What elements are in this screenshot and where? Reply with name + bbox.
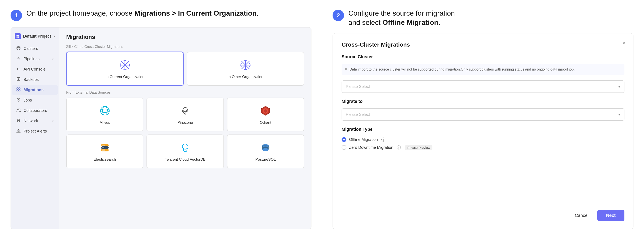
jobs-label: Jobs — [24, 98, 32, 103]
card-qdrant[interactable]: Qdrant — [227, 98, 304, 131]
in-current-icon — [118, 58, 132, 72]
backups-label: Backups — [24, 77, 39, 82]
api-console-label: API Console — [24, 67, 46, 72]
panel-close-button[interactable]: × — [622, 40, 625, 46]
pipelines-label: Pipelines — [24, 57, 40, 61]
sidebar-item-jobs[interactable]: Jobs — [12, 95, 58, 105]
step1-text: On the project homepage, choose Migratio… — [26, 9, 258, 18]
step2-header: 2 Configure the source for migrationand … — [332, 9, 634, 27]
right-half: 2 Configure the source for migrationand … — [322, 0, 644, 238]
network-label: Network — [24, 119, 38, 123]
offline-migration-option[interactable]: Offline Migration i — [342, 137, 624, 142]
external-section-label: From External Data Sources — [66, 91, 304, 94]
zero-downtime-info-icon[interactable]: i — [397, 146, 401, 149]
svg-point-68 — [268, 145, 269, 146]
svg-point-21 — [18, 132, 19, 132]
svg-point-67 — [263, 145, 268, 147]
svg-point-17 — [19, 109, 20, 110]
preview-badge: Private Preview — [405, 145, 432, 150]
backups-icon — [16, 77, 21, 82]
step1-header: 1 On the project homepage, choose Migrat… — [10, 9, 312, 21]
project-alerts-label: Project Alerts — [24, 129, 47, 134]
postgresql-label: PostgreSQL — [255, 157, 276, 162]
pipelines-icon — [16, 56, 21, 62]
elasticsearch-icon — [98, 141, 112, 154]
external-cards-grid: Milvus Pinecone — [66, 98, 304, 168]
svg-rect-8 — [17, 78, 20, 81]
milvus-label: Milvus — [100, 120, 110, 125]
step2-text: Configure the source for migrationand se… — [348, 9, 455, 27]
zero-downtime-option[interactable]: Zero Downtime Migration i Private Previe… — [342, 145, 624, 150]
network-chevron: ▾ — [52, 119, 54, 123]
card-in-other[interactable]: In Other Organization — [187, 52, 304, 86]
zero-downtime-label: Zero Downtime Migration — [349, 145, 393, 150]
pinecone-label: Pinecone — [178, 120, 193, 125]
clusters-icon — [16, 46, 21, 51]
migrate-to-placeholder: Please Select — [346, 112, 370, 117]
milvus-icon — [98, 104, 112, 117]
sidebar-item-pipelines[interactable]: Pipelines ▾ — [12, 54, 58, 64]
migrate-to-section: Migrate to Please Select ▾ — [342, 99, 624, 121]
zilliz-cards-grid: In Current Organization — [66, 52, 304, 86]
panel-footer: Cancel Next — [342, 208, 624, 221]
svg-rect-60 — [102, 145, 105, 146]
next-button[interactable]: Next — [597, 210, 624, 221]
sidebar-item-project-alerts[interactable]: Project Alerts — [12, 126, 58, 136]
tencent-icon — [178, 141, 192, 154]
card-in-current[interactable]: In Current Organization — [66, 52, 184, 86]
project-name: Default Project — [23, 34, 51, 39]
sidebar-item-collaborators[interactable]: Collaborators — [12, 106, 58, 116]
card-pinecone[interactable]: Pinecone — [146, 98, 224, 131]
sidebar-item-clusters[interactable]: Clusters — [12, 44, 58, 54]
migrations-icon — [16, 87, 21, 93]
zero-downtime-radio[interactable] — [342, 145, 346, 150]
in-other-icon — [239, 58, 252, 72]
card-postgresql[interactable]: PostgreSQL — [227, 135, 304, 168]
svg-rect-62 — [102, 149, 105, 151]
sidebar-item-backups[interactable]: Backups — [12, 75, 58, 85]
svg-rect-12 — [19, 88, 20, 89]
qdrant-icon — [259, 104, 272, 117]
postgresql-icon — [259, 141, 272, 154]
in-current-label: In Current Organization — [106, 75, 144, 79]
svg-point-65 — [262, 148, 268, 151]
pinecone-icon — [178, 104, 192, 117]
sidebar-project-header[interactable]: Default Project ▾ — [11, 31, 59, 43]
tencent-label: Tencent Cloud VectorDB — [165, 157, 206, 162]
panel-title: Cross-Cluster Migrations — [342, 41, 410, 48]
sidebar-item-migrations[interactable]: Migrations — [12, 85, 58, 95]
offline-label: Offline Migration — [349, 137, 378, 142]
card-elasticsearch[interactable]: Elasticsearch — [66, 135, 144, 168]
migrate-to-title: Migrate to — [342, 99, 624, 104]
migrate-to-dropdown[interactable]: Please Select ▾ — [342, 108, 624, 121]
svg-point-50 — [106, 109, 108, 111]
sidebar-item-api-console[interactable]: API Console — [12, 64, 58, 74]
project-alerts-icon — [16, 129, 21, 134]
migrate-to-arrow: ▾ — [618, 112, 620, 117]
svg-rect-11 — [17, 88, 18, 89]
pipelines-chevron: ▾ — [52, 57, 54, 61]
card-tencent[interactable]: Tencent Cloud VectorDB — [146, 135, 224, 168]
svg-rect-1 — [18, 35, 19, 36]
svg-point-16 — [18, 109, 19, 110]
project-icon — [15, 33, 21, 39]
cancel-button[interactable]: Cancel — [570, 210, 594, 221]
in-other-label: In Other Organization — [228, 75, 264, 79]
svg-point-51 — [183, 107, 188, 112]
offline-radio[interactable] — [342, 137, 346, 142]
offline-info-icon[interactable]: i — [382, 138, 385, 142]
project-chevron: ▾ — [54, 34, 55, 38]
clusters-label: Clusters — [24, 46, 38, 51]
sidebar-item-network[interactable]: Network ▾ — [12, 116, 58, 126]
network-icon — [16, 118, 21, 124]
svg-rect-3 — [18, 36, 19, 37]
source-cluster-dropdown[interactable]: Please Select ▾ — [342, 80, 624, 93]
source-notice: Data import to the source cluster will n… — [342, 64, 624, 75]
source-cluster-placeholder: Please Select — [346, 84, 370, 89]
source-dropdown-arrow: ▾ — [618, 84, 620, 89]
app-window: Default Project ▾ Clusters — [10, 27, 312, 229]
svg-rect-61 — [102, 147, 104, 148]
migration-type-section: Migration Type Offline Migration i Zero … — [342, 127, 624, 150]
card-milvus[interactable]: Milvus — [66, 98, 144, 131]
main-content: Migrations Zilliz Cloud Cross-Cluster Mi… — [59, 27, 311, 229]
